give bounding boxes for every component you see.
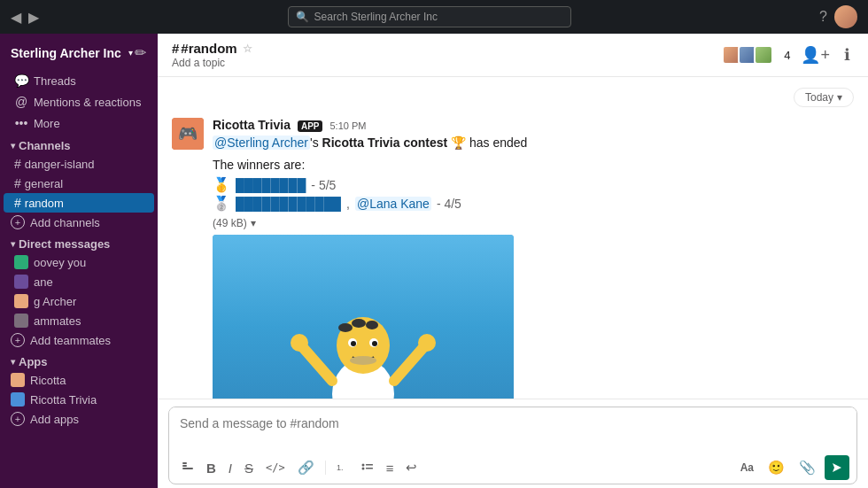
- dm-arrow-icon: ▾: [11, 239, 15, 249]
- message-image[interactable]: WOOHOO!: [213, 235, 514, 399]
- svg-point-11: [350, 356, 376, 365]
- add-teammates-icon: +: [11, 333, 25, 347]
- member-avatars[interactable]: [722, 45, 773, 65]
- svg-point-10: [372, 341, 377, 346]
- messages-area: Today ▾ 🎮 Ricotta Trivia APP 5:10 PM: [158, 77, 868, 399]
- indent-button[interactable]: ≡: [381, 457, 399, 479]
- svg-point-15: [418, 334, 436, 352]
- today-badge[interactable]: Today ▾: [794, 88, 854, 107]
- message-author: Ricotta Trivia: [213, 118, 291, 132]
- today-label: Today: [805, 91, 833, 104]
- add-teammates-button[interactable]: + Add teammates: [0, 330, 158, 350]
- svg-line-13: [394, 345, 425, 381]
- apps-arrow-icon: ▾: [11, 357, 15, 367]
- dm-item-2[interactable]: ane: [4, 272, 154, 291]
- add-apps-icon: +: [11, 412, 25, 426]
- unordered-list-button[interactable]: [356, 458, 379, 477]
- sidebar-item-more-label: More: [34, 117, 60, 130]
- channel-item-random[interactable]: # random: [4, 193, 154, 213]
- channel-hash-icon: #: [14, 157, 21, 171]
- app-item-ricotta-trivia[interactable]: Ricotta Trivia: [0, 390, 158, 409]
- channels-section-label: Channels: [19, 139, 71, 152]
- message-input[interactable]: [169, 407, 856, 448]
- history-back-icon[interactable]: ◀: [11, 9, 21, 26]
- search-placeholder: Search Sterling Archer Inc: [314, 11, 438, 23]
- member-count[interactable]: 4: [784, 49, 790, 62]
- sidebar-item-mentions[interactable]: @ Mentions & reactions: [4, 91, 154, 112]
- winners-list: The winners are: 🥇 ████████ - 5/5 🥈 ████…: [213, 156, 854, 212]
- italic-button[interactable]: I: [223, 457, 237, 479]
- message: 🎮 Ricotta Trivia APP 5:10 PM @Sterling A…: [172, 118, 854, 399]
- ricotta-app-icon: [11, 373, 25, 387]
- channel-name: random: [25, 197, 64, 210]
- dm-avatar-2: [14, 275, 28, 289]
- dm-section-header[interactable]: ▾ Direct messages: [0, 232, 158, 252]
- channels-arrow-icon: ▾: [11, 141, 15, 151]
- apps-section-header[interactable]: ▾ Apps: [0, 350, 158, 370]
- attach-button[interactable]: 📎: [794, 456, 821, 479]
- add-teammates-label: Add teammates: [30, 334, 111, 347]
- svg-point-14: [291, 334, 308, 352]
- user-avatar[interactable]: [834, 5, 857, 28]
- star-icon[interactable]: ☆: [243, 43, 252, 55]
- channel-item-general[interactable]: # general: [4, 174, 154, 193]
- add-apps-button[interactable]: + Add apps: [0, 409, 158, 429]
- app-item-ricotta[interactable]: Ricotta: [0, 370, 158, 390]
- add-member-button[interactable]: 👤+: [797, 42, 833, 68]
- channel-info-button[interactable]: ℹ: [841, 42, 854, 68]
- ordered-list-button[interactable]: 1.: [331, 458, 354, 477]
- file-size-text: (49 kB): [213, 217, 247, 229]
- channel-name: general: [25, 177, 63, 190]
- undo-button[interactable]: ↩: [400, 456, 422, 479]
- add-channel-button[interactable]: + Add channels: [0, 213, 158, 232]
- channel-item-danger-island[interactable]: # danger-island: [4, 154, 154, 174]
- dm-item-4[interactable]: ammates: [4, 311, 154, 330]
- strikethrough-button[interactable]: S: [239, 457, 259, 479]
- winner-item-1: 🥇 ████████ - 5/5: [213, 176, 854, 193]
- dm-avatar-4: [14, 314, 28, 328]
- svg-point-24: [361, 464, 364, 467]
- svg-rect-20: [182, 462, 187, 464]
- sidebar-item-more[interactable]: ••• More: [4, 112, 154, 134]
- compose-button[interactable]: ✏: [133, 43, 148, 63]
- help-icon[interactable]: ?: [819, 9, 827, 25]
- winner-1-score: - 5/5: [311, 178, 336, 192]
- message-input-box: B I S </> 🔗 1. ≡ ↩: [168, 407, 857, 484]
- sidebar-item-threads[interactable]: 💬 Threads: [4, 70, 154, 91]
- send-button[interactable]: [825, 455, 849, 480]
- search-bar[interactable]: 🔍 Search Sterling Archer Inc: [288, 6, 571, 27]
- channel-title-name: #random: [181, 41, 236, 56]
- contest-text: 's Ricotta Trivia contest 🏆 has ended: [310, 136, 527, 150]
- strikethrough-label: S: [244, 461, 253, 476]
- italic-label: I: [229, 461, 232, 476]
- dm-item-3[interactable]: g Archer: [4, 291, 154, 311]
- threads-icon: 💬: [14, 74, 28, 88]
- header-actions: 4 👤+ ℹ: [722, 42, 854, 68]
- format-icon-btn[interactable]: [176, 458, 199, 477]
- dm-item-1[interactable]: oovey you: [4, 252, 154, 272]
- bold-button[interactable]: B: [201, 457, 221, 479]
- text-format-button[interactable]: Aa: [735, 458, 759, 477]
- nav-controls: ◀ ▶: [11, 9, 39, 26]
- main-layout: Sterling Archer Inc ▾ ✏ 💬 Threads @ Ment…: [0, 34, 868, 488]
- message-text: @Sterling Archer's Ricotta Trivia contes…: [213, 134, 854, 152]
- link-button[interactable]: 🔗: [292, 456, 320, 479]
- sidebar-item-mentions-label: Mentions & reactions: [34, 96, 141, 109]
- app-name-ricotta-trivia: Ricotta Trivia: [30, 393, 97, 407]
- search-icon: 🔍: [296, 11, 309, 23]
- workspace-header[interactable]: Sterling Archer Inc ▾ ✏: [0, 34, 158, 70]
- top-bar: ◀ ▶ 🔍 Search Sterling Archer Inc ?: [0, 0, 868, 34]
- code-button[interactable]: </>: [260, 458, 291, 477]
- content-area: # #random ☆ Add a topic 4 👤+ ℹ: [158, 34, 868, 488]
- history-forward-icon[interactable]: ▶: [28, 9, 39, 26]
- channels-section-header[interactable]: ▾ Channels: [0, 134, 158, 154]
- mention-sterling[interactable]: @Sterling Archer: [213, 136, 310, 150]
- toolbar-separator-1: [325, 461, 326, 475]
- file-size-note[interactable]: (49 kB) ▾: [213, 217, 854, 229]
- add-circle-icon: +: [11, 215, 25, 229]
- date-divider: Today ▾: [172, 88, 854, 107]
- mention-lana[interactable]: @Lana Kane: [355, 197, 431, 211]
- channel-title: # #random ☆: [172, 41, 252, 56]
- winners-heading: The winners are:: [213, 156, 854, 174]
- emoji-button[interactable]: 🙂: [763, 456, 790, 479]
